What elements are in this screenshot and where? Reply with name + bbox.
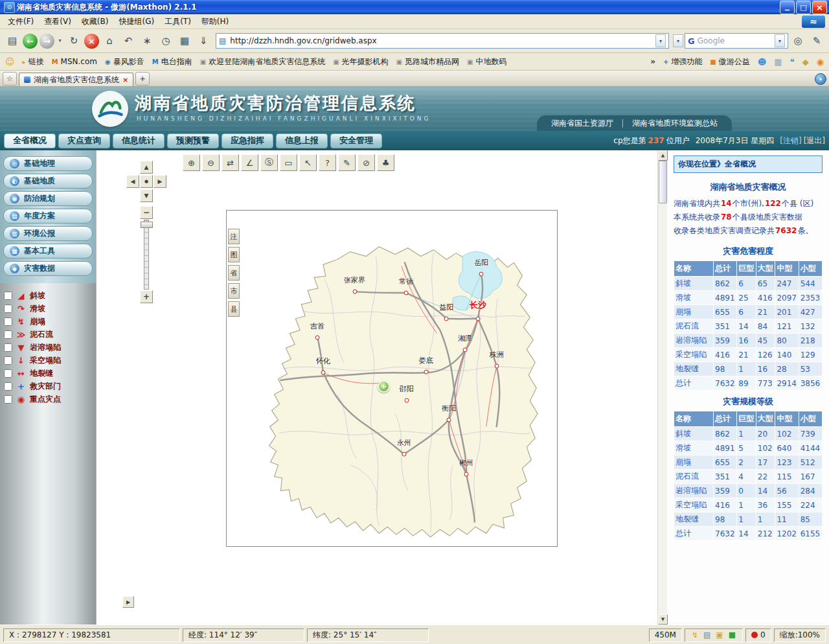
- layer-debris-flow[interactable]: ≫泥石流: [4, 328, 92, 341]
- menu-item[interactable]: 工具(T): [159, 14, 196, 29]
- clear-tool[interactable]: ⊘: [358, 154, 375, 171]
- highlight-button[interactable]: ✎: [808, 32, 825, 49]
- link-photo[interactable]: ▣光年摄影机构: [333, 56, 388, 67]
- map-layer-button[interactable]: 省: [228, 265, 240, 281]
- tab-active[interactable]: 湖南省地质灾害信息系统: [19, 73, 133, 86]
- layer-slope[interactable]: ◢斜坡: [4, 289, 92, 302]
- address-bar[interactable]: ▤: [216, 33, 669, 49]
- layer-checkbox[interactable]: [4, 343, 12, 352]
- timer-button[interactable]: ◷: [157, 32, 174, 49]
- link-links[interactable]: ▸链接: [23, 56, 44, 67]
- minimize-button[interactable]: [780, 1, 795, 14]
- layer-checkbox[interactable]: [4, 382, 12, 391]
- nav-tab[interactable]: 信息统计: [113, 133, 165, 148]
- sidebar-item-prevention-plan[interactable]: ◉防治规划: [3, 191, 93, 206]
- layer-key-points[interactable]: ◉重点灾点: [4, 393, 92, 406]
- history-dropdown[interactable]: ▾: [56, 32, 63, 49]
- legend-tool[interactable]: ♣: [377, 154, 394, 171]
- pan-right-button[interactable]: [153, 175, 166, 188]
- layer-checkbox[interactable]: [4, 305, 12, 313]
- layer-mining[interactable]: ↓采空塌陷: [4, 354, 92, 367]
- nav-tab[interactable]: 应急指挥: [221, 133, 273, 148]
- layer-fissure[interactable]: ↔地裂缝: [4, 367, 92, 380]
- sidebar-item-basic-geology[interactable]: ◐基础地质: [3, 174, 93, 189]
- map-scroll-right-button[interactable]: [122, 596, 134, 608]
- favorites-button[interactable]: [3, 72, 17, 86]
- go-dropdown[interactable]: [673, 34, 683, 47]
- zoom-slider-track[interactable]: [144, 220, 149, 290]
- link-milu[interactable]: ▣觅路城市精品网: [396, 56, 459, 67]
- exit-link[interactable]: [退出]: [804, 135, 825, 146]
- nav-tab[interactable]: 灾点查询: [58, 133, 110, 148]
- zoom-out-button[interactable]: [140, 206, 153, 219]
- header-link-geo-monitor[interactable]: 湖南省地质环境监测总站: [632, 118, 718, 129]
- new-tab-button[interactable]: [135, 72, 150, 86]
- grid-icon[interactable]: ▦: [774, 57, 782, 67]
- pan-center-button[interactable]: [140, 175, 153, 188]
- undo-button[interactable]: ↶: [120, 32, 137, 49]
- buffer-tool[interactable]: Ⓢ: [260, 154, 278, 171]
- zoom-level[interactable]: 缩放:100%: [774, 628, 826, 642]
- power-icon[interactable]: ↯: [690, 630, 699, 639]
- pointer-tool[interactable]: ↖: [299, 154, 317, 171]
- scroll-down-icon[interactable]: [658, 614, 668, 625]
- pan-tool[interactable]: ⇄: [221, 154, 239, 171]
- map-canvas[interactable]: 张家界常德岳阳益阳长沙吉首湘潭株洲怀化娄底邵阳衡阳永州郴州 +: [241, 221, 552, 541]
- address-input[interactable]: [229, 36, 653, 46]
- pan-up-button[interactable]: [140, 161, 153, 174]
- link-zhongdi[interactable]: ▣中地数码: [467, 56, 506, 67]
- map-layer-button[interactable]: 县: [228, 301, 240, 317]
- layer-landslide[interactable]: ↷滑坡: [4, 302, 92, 315]
- nav-tab[interactable]: 预测预警: [167, 133, 219, 148]
- layer-rescue[interactable]: +救灾部门: [4, 380, 92, 393]
- forward-button[interactable]: →: [40, 34, 54, 49]
- nav-tab[interactable]: 信息上报: [276, 133, 328, 148]
- menu-item[interactable]: 收藏(B): [76, 14, 114, 29]
- map-layer-button[interactable]: 图: [228, 247, 240, 262]
- menu-item[interactable]: 帮助(H): [196, 14, 234, 29]
- layer-checkbox[interactable]: [4, 292, 12, 300]
- maximize-button[interactable]: [796, 1, 811, 14]
- feed-icon[interactable]: ◉: [817, 57, 824, 67]
- link-radio[interactable]: M电台指南: [152, 56, 192, 67]
- tab-close-icon[interactable]: [122, 76, 128, 84]
- link-welcome[interactable]: ▣欢迎登陆湖南省地质灾害信息系统: [200, 56, 325, 67]
- user-icon[interactable]: ☻: [758, 57, 767, 67]
- chat-icon[interactable]: ❝: [790, 57, 795, 67]
- search-box[interactable]: G Google: [685, 33, 788, 49]
- search-button[interactable]: ◎: [789, 32, 806, 49]
- layer-collapse[interactable]: ↯崩塌: [4, 315, 92, 328]
- stop-button[interactable]: ×: [84, 34, 99, 49]
- link-enhance[interactable]: +增强功能: [663, 56, 702, 67]
- close-button[interactable]: [812, 1, 827, 14]
- menu-item[interactable]: 查看(V): [39, 14, 76, 29]
- sidebar-item-env-bulletin[interactable]: ▥环境公报: [3, 226, 93, 241]
- search-engine-dropdown[interactable]: [775, 34, 785, 47]
- layer-checkbox[interactable]: [4, 395, 12, 404]
- menu-item[interactable]: 快捷组(G): [113, 14, 159, 29]
- layer-checkbox[interactable]: [4, 317, 12, 326]
- scroll-up-icon[interactable]: [658, 150, 668, 161]
- sidebar-item-basic-geography[interactable]: ◎基础地理: [3, 156, 93, 171]
- links-overflow-icon[interactable]: »: [650, 57, 655, 66]
- select-rect-tool[interactable]: ▭: [280, 154, 297, 171]
- measure-tool[interactable]: ∠: [241, 154, 258, 171]
- header-link-land-resources[interactable]: 湖南省国土资源厅: [551, 118, 613, 129]
- zoom-in-button[interactable]: [140, 290, 153, 303]
- scrollbar-thumb[interactable]: [659, 161, 667, 203]
- nav-tab[interactable]: 安全管理: [330, 133, 382, 148]
- sidebar-item-annual-plan[interactable]: ▤年度方案: [3, 209, 93, 224]
- address-dropdown[interactable]: [655, 34, 666, 47]
- shield-icon[interactable]: ■: [727, 630, 737, 639]
- map-viewport[interactable]: 注图省市县: [226, 210, 558, 547]
- sidebar-item-basic-tools[interactable]: ▦基本工具: [3, 244, 93, 259]
- plugin-button[interactable]: ∗: [139, 32, 155, 49]
- nav-tab[interactable]: 全省概况: [4, 133, 56, 148]
- pan-down-button[interactable]: [140, 189, 153, 202]
- menu-item[interactable]: 文件(F): [3, 14, 39, 29]
- vertical-scrollbar[interactable]: [657, 150, 667, 625]
- folder-icon[interactable]: ▣: [714, 630, 724, 639]
- favorites-icon[interactable]: ☺: [5, 56, 15, 67]
- zoom-slider-thumb[interactable]: [141, 222, 153, 228]
- download-button[interactable]: ⇓: [195, 32, 212, 49]
